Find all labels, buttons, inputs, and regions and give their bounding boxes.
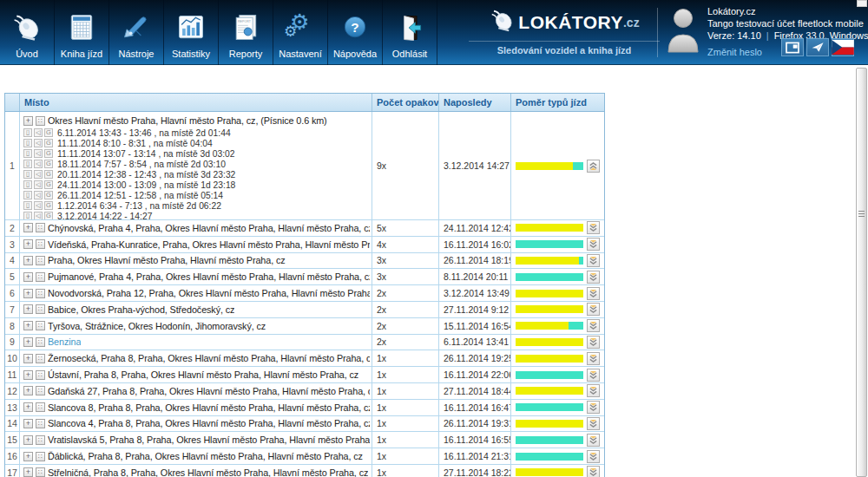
locate-icon[interactable]: ∷ — [36, 223, 45, 232]
locate-icon[interactable]: ∷ — [36, 435, 45, 445]
locate-icon[interactable]: ∷ — [36, 354, 45, 363]
google-maps-icon[interactable]: G — [44, 201, 53, 210]
expand-plus-icon[interactable]: + — [23, 370, 33, 380]
expand-plus-icon[interactable]: + — [23, 386, 33, 395]
expand-chevron-button[interactable] — [587, 434, 600, 447]
locate-icon[interactable]: ∷ — [36, 419, 45, 428]
expand-chevron-button[interactable] — [587, 369, 600, 382]
expand-chevron-button[interactable] — [587, 450, 600, 463]
expand-plus-icon[interactable]: + — [23, 337, 33, 347]
expand-chevron-button[interactable] — [587, 271, 600, 284]
locate-icon[interactable]: ∷ — [36, 452, 45, 461]
logbook-icon[interactable]: ▯ — [23, 201, 32, 210]
column-header-last[interactable]: Naposledy — [439, 94, 511, 111]
expand-plus-icon[interactable]: + — [23, 419, 33, 428]
column-header-ratio[interactable]: Poměr typů jízd — [511, 94, 604, 111]
route-icon[interactable]: ◁ — [34, 160, 43, 168]
route-icon[interactable]: ◁ — [34, 170, 43, 179]
nav-item-odhlasit[interactable]: Odhlásit — [383, 0, 437, 65]
expand-plus-icon[interactable]: + — [23, 452, 33, 461]
expand-chevron-button[interactable] — [587, 303, 600, 316]
expand-chevron-button[interactable] — [587, 352, 600, 365]
expand-plus-icon[interactable]: + — [23, 467, 33, 477]
logbook-icon[interactable]: ▯ — [23, 139, 32, 147]
brand-title: LOKÁTORY — [518, 12, 623, 33]
google-maps-icon[interactable]: G — [44, 160, 53, 168]
expand-plus-icon[interactable]: + — [23, 402, 33, 412]
nav-item-statistiky[interactable]: Statistiky — [164, 0, 219, 65]
google-maps-icon[interactable]: G — [44, 180, 53, 189]
route-icon[interactable]: ◁ — [34, 201, 43, 210]
place-text: Chýnovská, Praha 4, Praha, Okres Hlavní … — [48, 223, 370, 233]
nav-item-napoveda[interactable]: ? Nápověda — [328, 0, 383, 65]
expand-chevron-button[interactable] — [587, 287, 600, 300]
google-maps-icon[interactable]: G — [44, 128, 53, 137]
google-maps-icon[interactable]: G — [44, 149, 53, 158]
column-header-count[interactable]: Počet opakování — [372, 94, 439, 111]
route-icon[interactable]: ◁ — [34, 139, 43, 147]
collapse-chevron-button[interactable] — [587, 160, 600, 173]
expand-plus-icon[interactable]: + — [23, 116, 33, 126]
send-button[interactable] — [806, 38, 829, 56]
locate-icon[interactable]: ∷ — [36, 467, 45, 477]
google-maps-icon[interactable]: G — [44, 191, 53, 199]
logbook-icon[interactable]: ▯ — [23, 191, 32, 199]
expand-chevron-button[interactable] — [587, 466, 600, 477]
repeat-count: 1x — [372, 432, 439, 448]
change-password-link[interactable]: Změnit heslo — [707, 46, 762, 58]
panel-splitter[interactable] — [856, 68, 867, 477]
expand-chevron-button[interactable] — [587, 254, 600, 267]
expand-plus-icon[interactable]: + — [23, 304, 33, 314]
locate-icon[interactable]: ∷ — [36, 272, 45, 282]
row-number: 5 — [5, 269, 20, 284]
nav-item-reporty[interactable]: REPORT Reporty — [219, 0, 273, 65]
route-icon[interactable]: ◁ — [34, 180, 43, 189]
expand-plus-icon[interactable]: + — [23, 272, 33, 282]
locate-icon[interactable]: ∷ — [36, 321, 45, 330]
locate-icon[interactable]: ∷ — [36, 304, 45, 314]
logbook-icon[interactable]: ▯ — [23, 149, 32, 158]
locate-icon[interactable]: ∷ — [36, 256, 45, 265]
logbook-icon[interactable]: ▯ — [23, 128, 32, 137]
panel-button[interactable] — [781, 38, 804, 56]
expand-plus-icon[interactable]: + — [23, 289, 33, 298]
place-text[interactable]: Benzina — [48, 337, 81, 347]
expand-chevron-button[interactable] — [587, 238, 600, 251]
expand-plus-icon[interactable]: + — [23, 321, 33, 330]
locate-icon[interactable]: ∷ — [36, 239, 45, 249]
locate-icon[interactable]: ∷ — [36, 337, 45, 347]
czech-flag-button[interactable] — [832, 38, 854, 56]
locate-icon[interactable]: ∷ — [36, 289, 45, 298]
locate-icon[interactable]: ∷ — [36, 116, 45, 126]
nav-item-uvod[interactable]: Úvod — [0, 0, 55, 65]
locate-icon[interactable]: ∷ — [36, 402, 45, 412]
route-icon[interactable]: ◁ — [34, 128, 43, 137]
locate-icon[interactable]: ∷ — [36, 370, 45, 380]
expand-plus-icon[interactable]: + — [23, 239, 33, 249]
nav-item-nastroje[interactable]: Nástroje — [109, 0, 164, 65]
expand-plus-icon[interactable]: + — [23, 435, 33, 445]
expand-chevron-button[interactable] — [587, 221, 600, 234]
expand-plus-icon[interactable]: + — [23, 354, 33, 363]
route-icon[interactable]: ◁ — [34, 149, 43, 158]
expand-chevron-button[interactable] — [587, 319, 600, 332]
google-maps-icon[interactable]: G — [44, 139, 53, 147]
expand-chevron-button[interactable] — [587, 417, 600, 430]
logbook-icon[interactable]: ▯ — [23, 160, 32, 168]
nav-item-nastaveni[interactable]: ⚙⚙ Nastavení — [273, 0, 328, 65]
expand-plus-icon[interactable]: + — [23, 223, 33, 232]
logbook-icon[interactable]: ▯ — [23, 212, 32, 219]
expand-chevron-button[interactable] — [587, 401, 600, 414]
nav-item-kniha-jizd[interactable]: Kniha jízd — [55, 0, 109, 65]
locate-icon[interactable]: ∷ — [36, 386, 45, 395]
expand-chevron-button[interactable] — [587, 336, 600, 349]
route-icon[interactable]: ◁ — [34, 191, 43, 199]
google-maps-icon[interactable]: G — [44, 170, 53, 179]
column-header-place[interactable]: Místo — [20, 94, 372, 111]
expand-chevron-button[interactable] — [587, 384, 600, 397]
google-maps-icon[interactable]: G — [44, 212, 53, 219]
logbook-icon[interactable]: ▯ — [23, 170, 32, 179]
expand-plus-icon[interactable]: + — [23, 256, 33, 265]
route-icon[interactable]: ◁ — [34, 212, 43, 219]
logbook-icon[interactable]: ▯ — [23, 180, 32, 189]
